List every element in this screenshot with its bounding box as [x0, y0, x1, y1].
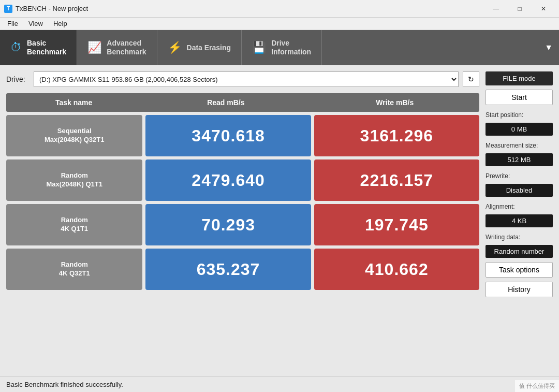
tab-basic-benchmark[interactable]: ⏱ BasicBenchmark — [0, 30, 77, 65]
tab-data-erasing[interactable]: ⚡ Data Erasing — [157, 30, 242, 65]
prewrite-label: Prewrite: — [486, 172, 553, 180]
table-row: Random4K Q32T1 635.237 410.662 — [6, 249, 479, 290]
history-button[interactable]: History — [486, 282, 553, 297]
drive-label: Drive: — [6, 75, 30, 83]
drive-select[interactable]: (D:) XPG GAMMIX S11 953.86 GB (2,000,406… — [34, 71, 459, 87]
tab-advanced-benchmark-label: AdvancedBenchmark — [107, 39, 146, 56]
menu-bar: File View Help — [0, 18, 559, 30]
task-options-button[interactable]: Task options — [486, 262, 553, 278]
table-row: Random4K Q1T1 70.293 197.745 — [6, 204, 479, 245]
header-read: Read mB/s — [141, 98, 310, 107]
tab-drive-information[interactable]: 💾 DriveInformation — [242, 30, 322, 65]
table-row: RandomMax(2048K) Q1T1 2479.640 2216.157 — [6, 159, 479, 201]
start-position-label: Start position: — [486, 111, 553, 119]
read-random-2048k: 2479.640 — [145, 159, 311, 201]
alignment-value: 4 KB — [486, 214, 553, 227]
menu-view[interactable]: View — [23, 19, 48, 28]
tab-drive-info-label: DriveInformation — [271, 39, 311, 56]
main-content: Drive: (D:) XPG GAMMIX S11 953.86 GB (2,… — [0, 65, 559, 376]
header-task: Task name — [6, 98, 141, 107]
close-button[interactable]: ✕ — [532, 3, 555, 15]
alignment-label: Alignment: — [486, 203, 553, 210]
read-random-4k-q1t1: 70.293 — [145, 204, 311, 245]
menu-file[interactable]: File — [2, 19, 23, 28]
title-bar-left: T TxBENCH - New project — [4, 5, 88, 13]
file-mode-button[interactable]: FILE mode — [486, 71, 553, 85]
right-panel: FILE mode Start Start position: 0 MB Mea… — [486, 71, 553, 370]
window-title: TxBENCH - New project — [16, 5, 88, 12]
maximize-button[interactable]: □ — [508, 3, 531, 15]
status-text: Basic Benchmark finished successfully. — [6, 381, 123, 388]
watermark: 值 什么值得买 — [515, 380, 559, 392]
tab-basic-benchmark-label: BasicBenchmark — [27, 39, 66, 56]
left-panel: Drive: (D:) XPG GAMMIX S11 953.86 GB (2,… — [6, 71, 479, 370]
write-random-4k-q1t1: 197.745 — [314, 204, 479, 245]
task-random-4k-q32t1: Random4K Q32T1 — [6, 249, 142, 290]
write-random-2048k: 2216.157 — [314, 159, 479, 201]
benchmark-table: Task name Read mB/s Write mB/s Sequentia… — [6, 93, 479, 370]
tab-bar: ⏱ BasicBenchmark 📈 AdvancedBenchmark ⚡ D… — [0, 30, 559, 65]
measurement-size-value: 512 MB — [486, 153, 553, 166]
task-random-4k-q1t1: Random4K Q1T1 — [6, 204, 142, 245]
table-header: Task name Read mB/s Write mB/s — [6, 93, 479, 112]
app-icon: T — [4, 5, 12, 13]
task-random-2048k: RandomMax(2048K) Q1T1 — [6, 159, 142, 201]
write-random-4k-q32t1: 410.662 — [314, 249, 479, 290]
status-bar: Basic Benchmark finished successfully. — [0, 376, 559, 392]
tab-more-button[interactable]: ▼ — [538, 30, 559, 65]
drive-info-icon: 💾 — [252, 41, 266, 54]
read-sequential: 3470.618 — [145, 115, 311, 156]
data-erasing-icon: ⚡ — [168, 41, 182, 54]
header-write: Write mB/s — [311, 98, 479, 107]
drive-refresh-button[interactable]: ↻ — [463, 71, 479, 87]
prewrite-value: Disabled — [486, 184, 553, 197]
drive-row: Drive: (D:) XPG GAMMIX S11 953.86 GB (2,… — [6, 71, 479, 87]
tab-data-erasing-label: Data Erasing — [187, 43, 231, 52]
start-position-value: 0 MB — [486, 123, 553, 136]
minimize-button[interactable]: — — [484, 3, 507, 15]
table-row: SequentialMax(2048K) Q32T1 3470.618 3161… — [6, 115, 479, 156]
writing-data-value: Random number — [486, 245, 553, 258]
title-bar: T TxBENCH - New project — □ ✕ — [0, 0, 559, 18]
read-random-4k-q32t1: 635.237 — [145, 249, 311, 290]
basic-benchmark-icon: ⏱ — [10, 41, 22, 54]
start-button[interactable]: Start — [486, 90, 553, 105]
advanced-benchmark-icon: 📈 — [87, 41, 101, 54]
write-sequential: 3161.296 — [314, 115, 479, 156]
tab-advanced-benchmark[interactable]: 📈 AdvancedBenchmark — [77, 30, 157, 65]
writing-data-label: Writing data: — [486, 234, 553, 241]
measurement-size-label: Measurement size: — [486, 142, 553, 149]
task-sequential: SequentialMax(2048K) Q32T1 — [6, 115, 142, 156]
window-controls: — □ ✕ — [484, 3, 555, 15]
menu-help[interactable]: Help — [48, 19, 72, 28]
